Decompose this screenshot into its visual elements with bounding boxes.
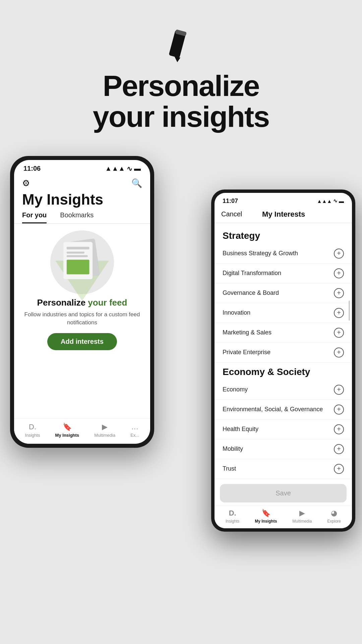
signal-icon: ▲▲▲ — [105, 165, 125, 172]
add-private-enterprise-icon[interactable]: + — [334, 347, 344, 358]
insights-nav-icon: D. — [29, 423, 36, 431]
economy-society-section-header: Economy & Society — [215, 363, 352, 380]
add-trust-icon[interactable]: + — [334, 464, 344, 474]
settings-icon[interactable]: ⚙ — [22, 178, 30, 189]
cancel-button[interactable]: Cancel — [221, 210, 242, 218]
tablet-scroll-content[interactable]: Strategy Business Strategy & Growth + Di… — [215, 223, 352, 481]
wifi-icon: ∿ — [127, 165, 132, 173]
tablet-screen: 11:07 ▲▲▲ ∿ ▬ Cancel My Interests Strate… — [215, 193, 352, 528]
battery-icon: ▬ — [134, 165, 141, 172]
tablet-nav-explore-label: Explore — [327, 519, 341, 524]
tablet-device: 11:07 ▲▲▲ ∿ ▬ Cancel My Interests Strate… — [211, 190, 355, 532]
tablet-insights-nav-icon: D. — [229, 509, 236, 518]
phone-illustration — [49, 230, 116, 291]
tablet-nav-multimedia[interactable]: ▶ Multimedia — [292, 509, 312, 524]
tablet-nav-insights-label: Insights — [226, 519, 239, 524]
organization-section-header: Organization — [215, 479, 352, 481]
interest-business-strategy[interactable]: Business Strategy & Growth + — [215, 244, 352, 264]
multimedia-nav-icon: ▶ — [102, 423, 108, 431]
svg-rect-5 — [67, 260, 89, 274]
tablet-nav-bar: Cancel My Interests — [215, 207, 352, 223]
add-business-strategy-icon[interactable]: + — [334, 249, 344, 259]
add-economy-icon[interactable]: + — [334, 385, 344, 395]
tablet-my-insights-nav-icon: 🔖 — [261, 509, 270, 518]
scrollbar — [349, 301, 350, 321]
interest-innovation[interactable]: Innovation + — [215, 303, 352, 323]
add-digital-transformation-icon[interactable]: + — [334, 268, 344, 278]
add-governance-board-icon[interactable]: + — [334, 288, 344, 298]
tablet-nav-my-insights-label: My Insights — [255, 519, 277, 524]
tablet-explore-nav-icon: ◕ — [331, 509, 337, 518]
tablet-bottom-nav: D. Insights 🔖 My Insights ▶ Multimedia ◕… — [215, 505, 352, 528]
phone-content: Personalize your feed Follow industries … — [14, 224, 150, 418]
tablet-nav-my-insights[interactable]: 🔖 My Insights — [255, 509, 277, 524]
interest-health-equity[interactable]: Health Equity + — [215, 420, 352, 439]
tab-for-you[interactable]: For you — [22, 208, 47, 223]
nav-insights[interactable]: D. Insights — [25, 423, 40, 438]
interest-trust[interactable]: Trust + — [215, 459, 352, 479]
add-innovation-icon[interactable]: + — [334, 308, 344, 318]
tablet-time: 11:07 — [223, 198, 238, 205]
svg-rect-6 — [67, 247, 89, 249]
docs-illustration — [54, 234, 106, 282]
tablet-status-icons: ▲▲▲ ∿ ▬ — [317, 198, 344, 204]
phone-status-icons: ▲▲▲ ∿ ▬ — [105, 165, 141, 173]
interest-private-enterprise[interactable]: Private Enterprise + — [215, 343, 352, 363]
phone-screen: 11:06 ▲▲▲ ∿ ▬ ⚙ 🔍 My Insights For you Bo… — [14, 160, 150, 444]
phone-status-bar: 11:06 ▲▲▲ ∿ ▬ — [14, 160, 150, 175]
interest-economy[interactable]: Economy + — [215, 380, 352, 400]
interest-digital-transformation[interactable]: Digital Transformation + — [215, 264, 352, 283]
headline: Personalize your insights — [93, 70, 269, 132]
nav-insights-label: Insights — [25, 433, 40, 438]
header-section: Personalize your insights — [93, 0, 269, 146]
tablet-battery-icon: ▬ — [339, 198, 344, 204]
strategy-section-header: Strategy — [215, 226, 352, 244]
nav-multimedia[interactable]: ▶ Multimedia — [94, 423, 115, 438]
svg-rect-7 — [67, 252, 84, 254]
nav-my-insights[interactable]: 🔖 My Insights — [55, 423, 79, 438]
add-mobility-icon[interactable]: + — [334, 444, 344, 454]
tablet-nav-multimedia-label: Multimedia — [292, 519, 312, 524]
nav-my-insights-label: My Insights — [55, 433, 79, 438]
interest-esg[interactable]: Environmental, Social, & Governance + — [215, 400, 352, 420]
search-icon[interactable]: 🔍 — [131, 178, 142, 189]
tablet-multimedia-nav-icon: ▶ — [299, 509, 305, 518]
explore-nav-icon: … — [131, 423, 138, 431]
tablet-status-bar: 11:07 ▲▲▲ ∿ ▬ — [215, 193, 352, 207]
phone-tabs: For you Bookmarks — [14, 208, 150, 224]
interest-marketing-sales[interactable]: Marketing & Sales + — [215, 323, 352, 343]
personalize-subtitle: Follow industries and topics for a custo… — [21, 311, 143, 327]
tablet-signal-icon: ▲▲▲ — [317, 198, 332, 204]
interests-screen-title: My Interests — [262, 210, 305, 219]
my-insights-nav-icon: 🔖 — [63, 423, 72, 431]
phone-header: ⚙ 🔍 — [14, 175, 150, 191]
devices-container: 11:06 ▲▲▲ ∿ ▬ ⚙ 🔍 My Insights For you Bo… — [0, 149, 362, 619]
add-interests-button[interactable]: Add interests — [47, 333, 117, 350]
add-esg-icon[interactable]: + — [334, 405, 344, 415]
tab-bookmarks[interactable]: Bookmarks — [60, 208, 94, 223]
phone-device: 11:06 ▲▲▲ ∿ ▬ ⚙ 🔍 My Insights For you Bo… — [10, 156, 154, 448]
svg-rect-8 — [67, 255, 88, 257]
phone-bottom-nav: D. Insights 🔖 My Insights ▶ Multimedia …… — [14, 418, 150, 444]
save-button[interactable]: Save — [220, 484, 347, 502]
pencil-icon — [164, 27, 198, 64]
tablet-nav-explore[interactable]: ◕ Explore — [327, 509, 341, 524]
nav-explore[interactable]: … Ex... — [130, 423, 139, 438]
tablet-wifi-icon: ∿ — [333, 198, 338, 204]
add-marketing-sales-icon[interactable]: + — [334, 328, 344, 338]
nav-explore-label: Ex... — [130, 433, 139, 438]
phone-title: My Insights — [14, 191, 150, 208]
interest-mobility[interactable]: Mobility + — [215, 439, 352, 459]
add-health-equity-icon[interactable]: + — [334, 424, 344, 434]
nav-multimedia-label: Multimedia — [94, 433, 115, 438]
interest-governance-board[interactable]: Governance & Board + — [215, 283, 352, 303]
tablet-nav-insights[interactable]: D. Insights — [226, 509, 239, 524]
phone-time: 11:06 — [23, 165, 41, 172]
